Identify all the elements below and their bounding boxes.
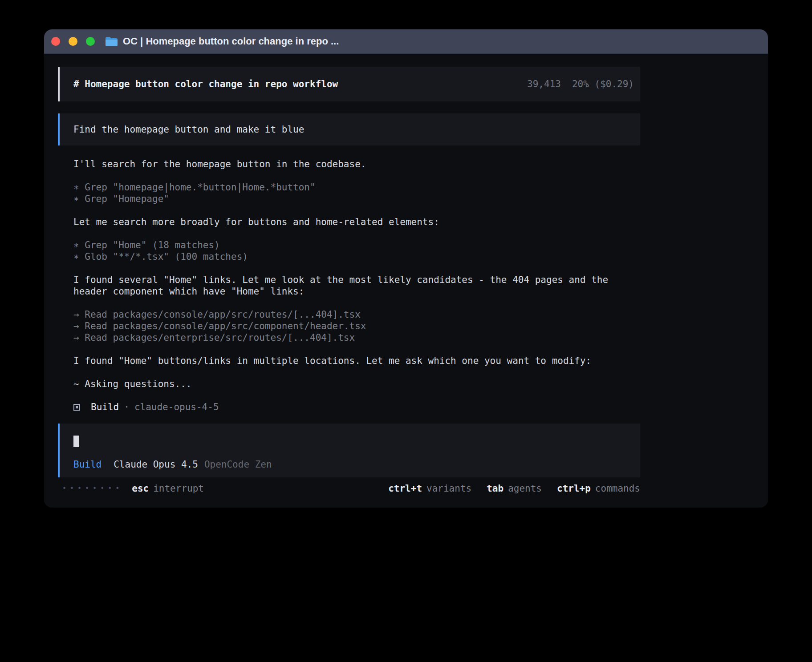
close-button[interactable]: [51, 37, 60, 46]
folder-icon: [106, 37, 118, 46]
tool-call-grep: ∗ Grep "Home" (18 matches): [73, 239, 640, 251]
assistant-text: I found "Home" buttons/links in multiple…: [73, 355, 640, 367]
tool-call-glob: ∗ Glob "**/*.tsx" (100 matches): [73, 251, 640, 262]
footer-left: •••••••• escinterrupt: [62, 483, 204, 494]
assistant-text: header component which have "Home" links…: [73, 286, 640, 297]
tool-call-read: → Read packages/enterprise/src/routes/[.…: [73, 332, 640, 343]
token-count: 39,413: [527, 79, 561, 89]
assistant-text: I found several "Home" links. Let me loo…: [73, 274, 640, 286]
tool-call-group: ∗ Grep "Home" (18 matches) ∗ Glob "**/*.…: [73, 239, 640, 262]
agent-icon: [73, 404, 80, 411]
context-usage: 20% ($0.29): [572, 79, 634, 89]
label-interrupt: interrupt: [153, 483, 204, 494]
hint-agents: tabagents: [487, 483, 542, 494]
zoom-button[interactable]: [86, 37, 95, 46]
agent-status-line: Build · claude-opus-4-5: [73, 401, 640, 413]
agent-model: claude-opus-4-5: [134, 401, 219, 413]
terminal-window: OC | Homepage button color change in rep…: [44, 29, 768, 508]
label-variants: variants: [426, 483, 471, 494]
provider-label: OpenCode Zen: [204, 459, 272, 470]
hint-commands: ctrl+pcommands: [557, 483, 640, 494]
minimize-button[interactable]: [69, 37, 77, 46]
key-ctrl-t: ctrl+t: [388, 483, 422, 494]
assistant-paragraph: I found several "Home" links. Let me loo…: [73, 274, 640, 297]
hint-variants: ctrl+tvariants: [388, 483, 471, 494]
key-tab: tab: [487, 483, 503, 494]
tool-call-group: → Read packages/console/app/src/routes/[…: [73, 309, 640, 343]
model-label: Claude Opus 4.5: [114, 459, 198, 470]
key-esc: esc: [132, 483, 149, 494]
user-message-text: Find the homepage button and make it blu…: [73, 124, 304, 135]
conversation: I'll search for the homepage button in t…: [58, 158, 640, 413]
tool-call-read: → Read packages/console/app/src/componen…: [73, 320, 640, 332]
key-ctrl-p: ctrl+p: [557, 483, 591, 494]
status-footer: •••••••• escinterrupt ctrl+tvariants tab…: [58, 483, 640, 494]
user-message: Find the homepage button and make it blu…: [58, 113, 640, 145]
session-stats: 39,41320% ($0.29): [527, 78, 634, 90]
text-cursor: [73, 436, 79, 447]
window-title: OC | Homepage button color change in rep…: [123, 36, 339, 47]
session-header: # Homepage button color change in repo w…: [58, 67, 640, 101]
tool-call-grep: ∗ Grep "homepage|home.*button|Home.*butt…: [73, 182, 640, 193]
titlebar[interactable]: OC | Homepage button color change in rep…: [44, 29, 768, 54]
session-title: # Homepage button color change in repo w…: [73, 78, 338, 90]
label-commands: commands: [595, 483, 640, 494]
label-agents: agents: [508, 483, 542, 494]
agent-name: Build: [91, 401, 119, 413]
tool-call-grep: ∗ Grep "Homepage": [73, 193, 640, 205]
agent-separator: ·: [124, 401, 130, 413]
window-title-group: OC | Homepage button color change in rep…: [106, 36, 339, 47]
assistant-text: I'll search for the homepage button in t…: [73, 158, 640, 170]
input-meta: Build Claude Opus 4.5 OpenCode Zen: [73, 459, 628, 470]
tool-call-read: → Read packages/console/app/src/routes/[…: [73, 309, 640, 320]
tool-call-group: ∗ Grep "homepage|home.*button|Home.*butt…: [73, 182, 640, 205]
prompt-input[interactable]: Build Claude Opus 4.5 OpenCode Zen: [58, 424, 640, 477]
spinner-dots: ••••••••: [62, 483, 123, 494]
traffic-lights: [51, 37, 95, 46]
asking-questions-status: ~ Asking questions...: [73, 378, 640, 390]
assistant-text: Let me search more broadly for buttons a…: [73, 216, 640, 228]
hint-interrupt: escinterrupt: [132, 483, 204, 494]
agent-mode-label: Build: [73, 459, 102, 470]
input-line[interactable]: [73, 436, 628, 447]
footer-right: ctrl+tvariants tabagents ctrl+pcommands: [388, 483, 640, 494]
terminal-content: # Homepage button color change in repo w…: [44, 54, 768, 508]
